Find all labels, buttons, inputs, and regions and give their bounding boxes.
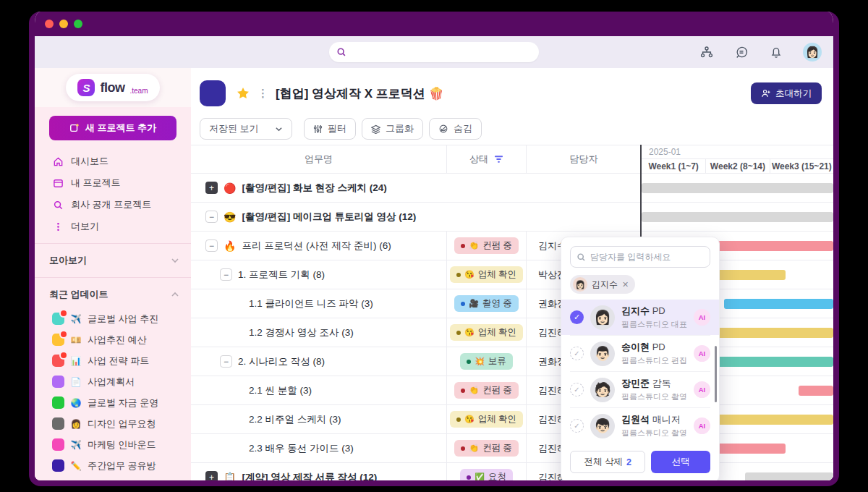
- member-texts: 장민준 감독필름스튜디오 촬영: [621, 377, 687, 402]
- filter-button[interactable]: 필터: [304, 118, 356, 140]
- sidebar-item-1[interactable]: 내 프로젝트: [35, 172, 191, 194]
- column-header-status[interactable]: 상태: [446, 145, 526, 173]
- assignee-option[interactable]: ✓👩🏻김지수 PD필름스튜디오 대표AI: [561, 300, 719, 335]
- sidebar-project-item[interactable]: ✈️글로벌 사업 추진: [35, 308, 191, 329]
- table-row[interactable]: 1.2 경쟁사 영상 조사 (3)😘업체 확인김진하: [191, 318, 833, 347]
- sidebar-item-0[interactable]: 대시보드: [35, 150, 191, 172]
- status-badge[interactable]: 😘업체 확인: [450, 266, 523, 283]
- assignee-option[interactable]: ✓👨🏻송이현 PD필름스튜디오 편집AI: [570, 335, 710, 371]
- member-role: 매니저: [652, 414, 681, 425]
- row-expander-plus-icon[interactable]: +: [205, 471, 218, 480]
- table-row[interactable]: 2.2 비주얼 스케치 (3)😘업체 확인김진하: [191, 405, 833, 434]
- favorite-star-icon[interactable]: [236, 86, 250, 101]
- status-dot: [461, 302, 465, 306]
- status-badge[interactable]: 👏컨펌 중: [454, 237, 519, 254]
- sidebar-project-item[interactable]: 📊사업 전략 파트: [35, 350, 191, 371]
- status-badge[interactable]: 🎥촬영 중: [454, 295, 519, 312]
- gantt-week-3: Week3 (15~21): [770, 159, 833, 173]
- invite-button[interactable]: 초대하기: [751, 82, 822, 104]
- project-color-square[interactable]: [200, 80, 226, 106]
- check-circle-icon[interactable]: ✓: [570, 347, 584, 360]
- org-chart-icon[interactable]: [699, 44, 715, 60]
- ai-badge[interactable]: AI: [694, 417, 710, 434]
- hide-button[interactable]: 숨김: [429, 118, 482, 140]
- status-badge[interactable]: 😘업체 확인: [450, 411, 523, 428]
- global-search[interactable]: [329, 42, 539, 62]
- bell-icon[interactable]: [768, 44, 784, 60]
- status-badge[interactable]: 💥보류: [460, 353, 513, 370]
- table-row[interactable]: −😎[촬영/편집] 메이크업 튜토리얼 영상 (12): [191, 203, 833, 232]
- row-expander-minus-icon[interactable]: −: [205, 239, 218, 252]
- check-circle-selected-icon[interactable]: ✓: [570, 310, 584, 324]
- group-button[interactable]: 그룹화: [362, 118, 423, 140]
- column-header-task-name[interactable]: 업무명: [191, 145, 446, 173]
- clear-all-button[interactable]: 전체 삭제 2: [570, 451, 645, 473]
- flow-logo[interactable]: S flow .team: [66, 74, 159, 101]
- sidebar-project-item[interactable]: 🌏글로벌 자금 운영: [35, 392, 191, 413]
- row-expander-minus-icon[interactable]: −: [205, 211, 218, 223]
- assignee-search[interactable]: [570, 246, 710, 268]
- check-circle-icon[interactable]: ✓: [570, 419, 584, 433]
- ai-badge[interactable]: AI: [694, 381, 710, 398]
- project-label: 사업추진 예산: [88, 334, 147, 347]
- gantt-bar[interactable]: [799, 386, 833, 396]
- row-expander-plus-icon[interactable]: +: [205, 182, 218, 194]
- popup-scrollbar[interactable]: [715, 346, 717, 402]
- sidebar-section-recent-updates[interactable]: 최근 업데이트: [35, 282, 191, 307]
- table-row[interactable]: +📋[계약] 영상 제작 서류 작성 (12)✅요청김진하: [191, 463, 833, 480]
- table-row[interactable]: −🔥프리 프로덕션 (사전 제작 준비) (6)👏컨펌 중김지수: [191, 232, 833, 260]
- task-name-cell: 2.1 씬 분할 (3): [191, 376, 446, 404]
- sidebar-item-3[interactable]: 더보기: [35, 216, 191, 237]
- user-avatar[interactable]: 👩🏻: [803, 43, 822, 62]
- caret-down-icon: [275, 125, 283, 133]
- check-circle-icon[interactable]: ✓: [570, 383, 584, 396]
- project-label: 마케팅 인바운드: [88, 438, 156, 451]
- select-button[interactable]: 선택: [651, 451, 710, 473]
- sidebar-project-item[interactable]: ✏️주간업무 공유방: [35, 455, 191, 476]
- table-row[interactable]: +🔴[촬영/편집] 화보 현장 스케치 (24): [191, 174, 833, 203]
- gantt-bar[interactable]: [642, 212, 833, 222]
- row-expander-minus-icon[interactable]: −: [220, 355, 232, 368]
- task-name-cell: 2.2 비주얼 스케치 (3): [191, 405, 446, 433]
- status-badge[interactable]: 👏컨펌 중: [454, 382, 519, 399]
- column-header-assignee[interactable]: 담당자: [526, 145, 641, 173]
- status-badge[interactable]: ✅요청: [460, 469, 513, 480]
- table-row[interactable]: −1. 프로젝트 기획 (8)😘업체 확인박상진: [191, 260, 833, 289]
- ai-badge[interactable]: AI: [694, 309, 710, 326]
- project-menu-icon[interactable]: ⋮: [258, 87, 268, 100]
- sidebar-project-item[interactable]: ✈️마케팅 인바운드: [35, 434, 191, 455]
- assignee-option[interactable]: ✓🧑🏻장민준 감독필름스튜디오 촬영AI: [570, 371, 710, 407]
- chevron-down-icon: [171, 256, 179, 265]
- sidebar-project-item[interactable]: 👩디자인 업무요청: [35, 413, 191, 434]
- new-project-button[interactable]: 새 프로젝트 추가: [49, 116, 176, 140]
- sidebar-section-collections[interactable]: 모아보기: [35, 248, 191, 273]
- gantt-bar[interactable]: [642, 183, 833, 193]
- table-row[interactable]: 1.1 클라이언트 니즈 파악 (3)🎥촬영 중권화정: [191, 289, 833, 318]
- minimize-window-button[interactable]: [59, 20, 68, 28]
- project-emoji: ✈️: [70, 314, 82, 324]
- row-expander-minus-icon[interactable]: −: [220, 268, 232, 281]
- flow-logo-icon: S: [77, 79, 95, 96]
- table-row[interactable]: 2.3 배우 동선 가이드 (3)👏컨펌 중김진하: [191, 434, 833, 463]
- sidebar-item-2[interactable]: 회사 공개 프로젝트: [35, 194, 191, 216]
- notification-dot: [61, 352, 67, 358]
- task-status-cell: ✅요청: [446, 463, 526, 480]
- table-row[interactable]: −2. 시나리오 작성 (8)💥보류권화정: [191, 347, 833, 376]
- gantt-bar[interactable]: [724, 299, 833, 309]
- assignee-search-input[interactable]: [590, 252, 704, 262]
- zoom-window-button[interactable]: [74, 20, 82, 28]
- status-badge[interactable]: 👏컨펌 중: [454, 440, 519, 457]
- ai-badge[interactable]: AI: [694, 345, 710, 362]
- chip-remove-icon[interactable]: ✕: [622, 280, 629, 289]
- table-row[interactable]: 2.1 씬 분할 (3)👏컨펌 중김진하: [191, 376, 833, 405]
- search-input[interactable]: [351, 47, 532, 57]
- saved-view-dropdown[interactable]: 저장된 보기: [200, 118, 292, 140]
- sidebar-project-item[interactable]: 📄사업계획서: [35, 371, 191, 392]
- chat-icon[interactable]: [733, 44, 749, 60]
- assignee-option[interactable]: ✓👦🏻김원석 매니저필름스튜디오 촬영AI: [570, 407, 710, 444]
- close-window-button[interactable]: [45, 20, 54, 28]
- gantt-bar[interactable]: [745, 472, 833, 480]
- sidebar-project-item[interactable]: 💴사업추진 예산: [35, 329, 191, 350]
- project-emoji: ✏️: [70, 461, 82, 471]
- status-badge[interactable]: 😘업체 확인: [450, 324, 523, 341]
